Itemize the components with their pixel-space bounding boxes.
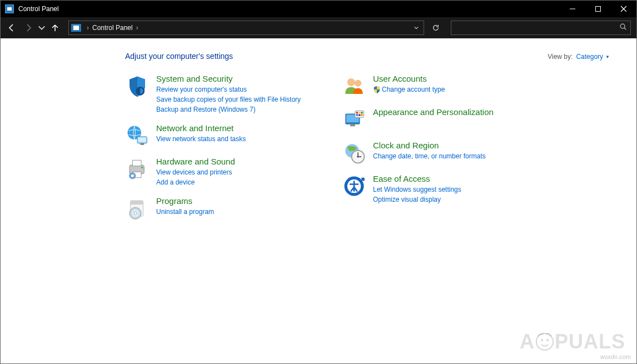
category-ease-of-access: Ease of Access Let Windows suggest setti… [342,174,525,205]
link-ease-of-access[interactable]: Ease of Access [373,174,525,183]
logo-text-b: PUALS [555,330,625,353]
svg-rect-18 [131,201,143,205]
link-system-security[interactable]: System and Security [156,74,308,83]
svg-point-42 [546,339,549,341]
link-programs[interactable]: Programs [156,196,308,206]
minimize-button[interactable] [560,1,585,17]
search-input[interactable] [455,24,619,32]
svg-point-16 [131,174,134,177]
link-file-history[interactable]: Save backup copies of your files with Fi… [156,94,308,104]
category-programs: Programs Uninstall a program [125,196,308,221]
view-by-control: View by: Category ▼ [548,53,610,61]
page-heading: Adjust your computer's settings [125,52,233,61]
link-review-status[interactable]: Review your computer's status [156,84,308,94]
navigation-bar: › Control Panel › [1,17,636,38]
svg-rect-31 [359,114,361,116]
appearance-icon [342,107,366,132]
svg-rect-27 [356,112,359,114]
svg-point-21 [347,78,355,86]
link-hardware-sound[interactable]: Hardware and Sound [156,157,308,166]
link-change-account-type[interactable]: Change account type [373,84,525,94]
control-panel-app-icon [5,4,14,13]
view-by-dropdown[interactable]: Category ▼ [576,53,610,61]
programs-disc-icon [125,196,150,221]
recent-dropdown-icon[interactable] [37,20,46,36]
svg-rect-1 [596,7,601,12]
view-by-value: Category [576,53,603,61]
back-button[interactable] [4,20,19,36]
link-network-internet[interactable]: Network and Internet [156,123,308,133]
svg-rect-25 [350,124,355,127]
address-bar-icon [71,24,81,32]
window-title: Control Panel [18,5,59,13]
category-network: Network and Internet View network status… [125,123,308,148]
link-appearance[interactable]: Appearance and Personalization [373,107,525,117]
category-user-accounts: User Accounts Change account type [342,74,525,98]
clock-globe-icon [342,141,366,165]
search-box[interactable] [451,21,631,35]
svg-line-5 [624,28,626,29]
svg-rect-28 [359,112,361,114]
globe-network-icon [125,123,150,148]
categories-right-column: User Accounts Change account type Appear [342,74,525,230]
svg-point-22 [355,80,361,87]
view-by-label: View by: [548,53,573,61]
link-optimize-display[interactable]: Optimize visual display [373,195,525,205]
logo-face-icon [535,332,555,352]
breadcrumb-control-panel[interactable]: Control Panel [90,24,135,32]
control-panel-window: Control Panel › Control Panel › [0,0,637,364]
forward-button[interactable] [21,20,36,36]
link-clock-region[interactable]: Clock and Region [373,141,525,150]
svg-point-4 [620,24,625,28]
category-appearance: Appearance and Personalization [342,107,525,132]
watermark-text: wsxdn.com [600,353,631,360]
link-uninstall[interactable]: Uninstall a program [156,207,308,217]
categories-left-column: System and Security Review your computer… [125,74,308,230]
svg-point-37 [357,156,359,158]
category-system-security: System and Security Review your computer… [125,74,308,114]
svg-point-41 [541,339,543,341]
shield-icon [125,74,150,98]
user-accounts-icon [342,74,366,98]
chevron-right-icon[interactable]: › [135,24,140,32]
refresh-button[interactable] [427,21,444,35]
address-bar[interactable]: › Control Panel › [68,21,424,35]
link-date-time-formats[interactable]: Change date, time, or number formats [373,151,525,161]
dropdown-triangle-icon: ▼ [605,54,610,59]
chevron-right-icon[interactable]: › [86,24,90,32]
content-area: Adjust your computer's settings View by:… [1,38,636,363]
link-user-accounts[interactable]: User Accounts [373,74,525,83]
link-backup-restore[interactable]: Backup and Restore (Windows 7) [156,104,308,114]
link-network-status[interactable]: View network status and tasks [156,134,308,144]
printer-icon [125,157,150,181]
link-add-device[interactable]: Add a device [156,177,308,187]
svg-point-20 [134,212,137,215]
link-change-account-type-text: Change account type [382,86,445,93]
close-button[interactable] [611,1,636,17]
address-dropdown-icon[interactable] [411,25,421,31]
logo-text-a: A [520,330,535,353]
link-devices-printers[interactable]: View devices and printers [156,167,308,177]
svg-rect-9 [138,138,146,142]
search-icon[interactable] [619,23,627,33]
svg-rect-10 [140,143,144,145]
svg-rect-29 [361,112,363,114]
svg-point-14 [141,167,143,169]
maximize-button[interactable] [585,1,611,17]
svg-rect-30 [356,114,359,116]
category-hardware: Hardware and Sound View devices and prin… [125,157,308,187]
up-button[interactable] [47,20,63,36]
uac-shield-icon [373,86,381,93]
titlebar: Control Panel [1,1,636,17]
appuals-watermark-logo: A PUALS [520,330,625,353]
ease-of-access-icon [342,174,366,198]
category-clock-region: Clock and Region Change date, time, or n… [342,141,525,165]
svg-rect-12 [132,160,141,166]
link-suggest-settings[interactable]: Let Windows suggest settings [373,185,525,195]
svg-rect-32 [361,114,363,116]
